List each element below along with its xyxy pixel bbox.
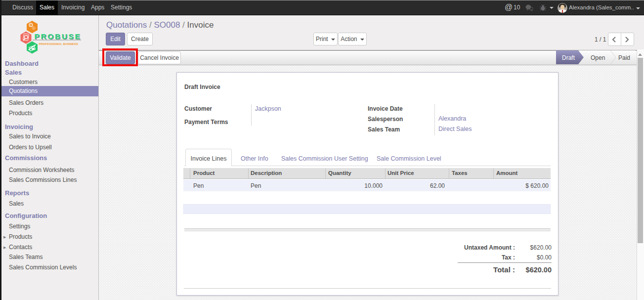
svg-text:Paid: Paid — [618, 54, 630, 61]
svg-text:PROBUSE: PROBUSE — [35, 32, 82, 41]
svg-text:PROFESSIONAL BUSINESS: PROFESSIONAL BUSINESS — [39, 43, 79, 45]
svg-text:Draft: Draft — [562, 54, 575, 61]
svg-text:Open: Open — [591, 54, 605, 61]
